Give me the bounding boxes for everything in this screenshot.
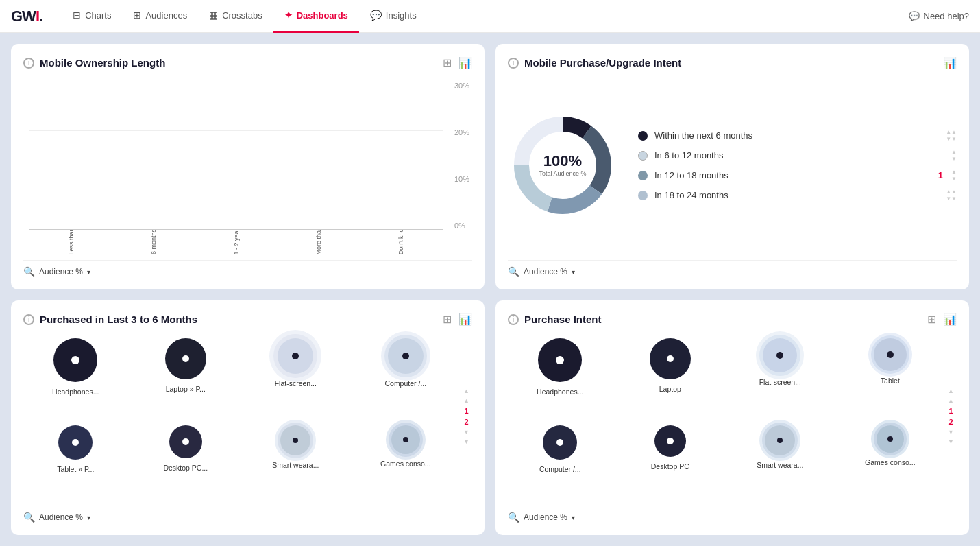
scroll-down-purchased[interactable]: ▼ <box>463 429 469 436</box>
down-arrow-2[interactable]: ▼ <box>951 156 957 162</box>
chart-view-btn-intent[interactable]: 📊 <box>943 313 957 326</box>
dropdown-arrow-purchase[interactable]: ▾ <box>572 268 575 276</box>
bubble-dot-i3 <box>776 352 783 359</box>
bubble-label-computer-i: Computer /... <box>539 465 581 474</box>
card-header-ownership: i Mobile Ownership Length ⊞ 📊 <box>23 56 472 69</box>
down-arrow-1[interactable]: ▼▼ <box>946 136 957 142</box>
bubble-item-laptop-i: Laptop <box>618 338 723 417</box>
x-label-text-5: Don't know / not sure <box>397 230 404 254</box>
bubble-label-flatscreen-i: Flat-screen... <box>759 378 801 387</box>
bubble-grid-purchased: Headphones... Laptop » P... Flat-screen.… <box>23 333 458 500</box>
table-view-btn-purchased[interactable]: ⊞ <box>443 313 452 326</box>
dropdown-arrow-ownership[interactable]: ▾ <box>87 268 90 276</box>
bubble-dot-5 <box>72 439 79 446</box>
bubble-headphones <box>53 338 97 382</box>
nav-audiences[interactable]: ⊞ Audiences <box>122 0 198 33</box>
x-label-2: 6 months - 1 year <box>118 230 189 254</box>
dropdown-arrow-purchased[interactable]: ▾ <box>87 514 90 521</box>
donut-percentage: 100% <box>539 152 586 170</box>
up-arrow-2[interactable]: ▲ <box>951 149 957 155</box>
y-axis: 30% 20% 10% 0% <box>454 82 469 230</box>
scroll-down-intent[interactable]: ▼ <box>948 429 954 436</box>
bubble-item-headphones: Headphones... <box>23 338 128 417</box>
scroll-top-intent[interactable]: ▲ <box>948 388 954 394</box>
table-view-btn-intent[interactable]: ⊞ <box>927 313 936 326</box>
bubble-label-tablet: Tablet » P... <box>57 465 94 474</box>
up-arrow-3[interactable]: ▲ <box>951 169 957 175</box>
bubble-dot-i1 <box>556 356 564 364</box>
bubble-label-computer: Computer /... <box>384 379 426 388</box>
footer-label-purchased: Audience % <box>39 512 83 522</box>
x-label-text-1: Less than 6 months <box>68 230 75 254</box>
bubble-label-headphones: Headphones... <box>52 388 99 396</box>
nav-crosstabs-label: Crosstabs <box>222 10 262 21</box>
up-arrow-4[interactable]: ▲▲ <box>946 189 957 195</box>
scroll-up-intent[interactable]: ▲ <box>948 397 954 404</box>
legend-value-3: 1 <box>932 170 943 180</box>
bubble-item-wearable-i: Smart weara... <box>728 425 833 495</box>
scroll-top-purchased[interactable]: ▲ <box>463 388 469 394</box>
bubble-dot <box>71 356 79 364</box>
x-label-text-2: 6 months - 1 year <box>150 230 157 254</box>
chart-view-btn-purchased[interactable]: 📊 <box>458 313 472 326</box>
card-footer-ownership: 🔍 Audience % ▾ <box>23 260 472 277</box>
bubble-games-i <box>877 425 904 453</box>
bubble-item-tablet-i: Tablet <box>838 338 943 417</box>
nav-insights[interactable]: 💬 Insights <box>359 0 428 33</box>
bubble-label-laptop-i: Laptop <box>659 385 681 394</box>
bubble-desktop-i <box>654 425 686 457</box>
chart-view-btn-purchase[interactable]: 📊 <box>943 56 957 69</box>
donut-subtitle: Total Audience % <box>539 170 586 178</box>
bubble-item-tablet: Tablet » P... <box>23 425 128 495</box>
legend-arrows-3: ▲ ▼ <box>951 169 957 182</box>
bubble-games <box>391 425 420 454</box>
down-arrow-3[interactable]: ▼ <box>951 176 957 182</box>
bubble-label-headphones-i: Headphones... <box>537 388 583 396</box>
info-icon-ownership[interactable]: i <box>23 58 34 69</box>
main-grid: i Mobile Ownership Length ⊞ 📊 30% 20% 10… <box>0 33 980 546</box>
bubble-wearable <box>280 425 310 455</box>
y-label-30: 30% <box>454 82 469 90</box>
nav-dashboards-label: Dashboards <box>297 10 348 21</box>
bars-container <box>29 82 443 230</box>
nav-dashboards[interactable]: ✦ Dashboards <box>273 0 359 33</box>
nav-charts[interactable]: ⊟ Charts <box>62 0 122 33</box>
card-title-purchase: Mobile Purchase/Upgrade Intent <box>524 57 943 69</box>
scroll-up-purchased[interactable]: ▲ <box>463 397 469 404</box>
bubble-label-flatscreen: Flat-screen... <box>275 379 317 388</box>
x-label-4: More than 2 years <box>283 230 354 254</box>
y-label-20: 20% <box>454 128 469 136</box>
info-icon-purchase[interactable]: i <box>508 58 519 69</box>
donut-chart: 100% Total Audience % <box>508 110 617 220</box>
bubble-tablet-i <box>874 338 907 371</box>
info-icon-purchased[interactable]: i <box>23 314 34 325</box>
card-icons-ownership: ⊞ 📊 <box>443 56 472 69</box>
legend-dot-3 <box>638 171 648 180</box>
chart-view-btn[interactable]: 📊 <box>458 56 472 69</box>
up-arrow-1[interactable]: ▲▲ <box>946 129 957 135</box>
down-arrow-4[interactable]: ▼▼ <box>946 195 957 202</box>
x-label-text-4: More than 2 years <box>315 230 322 254</box>
scroll-bottom-intent[interactable]: ▼ <box>948 438 954 445</box>
card-icons-intent: ⊞ 📊 <box>927 313 957 326</box>
legend-arrows-1: ▲▲ ▼▼ <box>946 129 957 142</box>
table-view-btn[interactable]: ⊞ <box>443 56 452 69</box>
dropdown-arrow-intent[interactable]: ▾ <box>572 514 575 521</box>
bubble-item-desktop: Desktop PC... <box>134 425 238 495</box>
scroll-bottom-purchased[interactable]: ▼ <box>463 438 469 445</box>
legend-item-1: Within the next 6 months ▲▲ ▼▼ <box>638 129 957 142</box>
legend-dot-2 <box>638 151 648 161</box>
bubble-dot-i4 <box>887 351 894 358</box>
legend-label-4: In 18 to 24 months <box>654 190 936 200</box>
nav-crosstabs[interactable]: ▦ Crosstabs <box>198 0 273 33</box>
y-label-10: 10% <box>454 175 469 183</box>
nav-help[interactable]: 💬 Need help? <box>909 11 970 21</box>
rank-1-intent: 1 <box>948 407 953 415</box>
legend-item-4: In 18 to 24 months ▲▲ ▼▼ <box>638 189 957 202</box>
bubble-item-desktop-i: Desktop PC <box>618 425 723 495</box>
card-footer-purchased: 🔍 Audience % ▾ <box>23 506 472 523</box>
info-icon-intent[interactable]: i <box>508 314 519 325</box>
bubble-dot-i8 <box>887 436 893 442</box>
rank-2-purchased: 2 <box>464 418 468 426</box>
legend-item-2: In 6 to 12 months ▲ ▼ <box>638 149 957 162</box>
